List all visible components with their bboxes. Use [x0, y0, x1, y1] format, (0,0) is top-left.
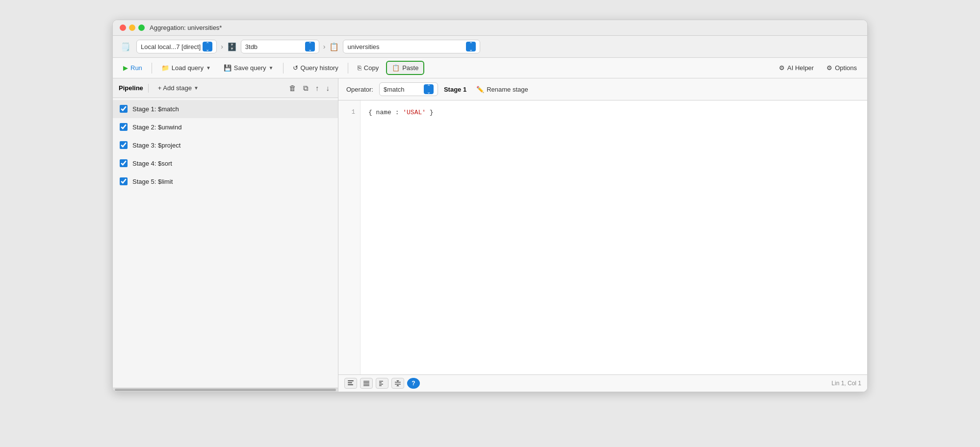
- svg-rect-9: [379, 384, 383, 385]
- stage-name-label: Stage 1: [444, 86, 466, 93]
- copy-button[interactable]: ⎘ Copy: [352, 61, 384, 74]
- stage-5-label: Stage 5: $limit: [132, 178, 173, 185]
- help-button[interactable]: ?: [407, 378, 420, 389]
- add-stage-label: + Add stage: [158, 84, 192, 92]
- stage-item[interactable]: Stage 1: $match: [113, 100, 338, 118]
- title-bar: Aggregation: universities*: [113, 20, 867, 36]
- svg-rect-4: [363, 382, 369, 383]
- save-query-label: Save query: [234, 64, 266, 72]
- pipeline-header-separator: [148, 84, 149, 93]
- delete-stage-button[interactable]: 🗑: [286, 83, 299, 93]
- stage-4-checkbox[interactable]: [120, 159, 128, 167]
- rename-label: Rename stage: [487, 86, 528, 93]
- save-query-dropdown-arrow: ▼: [269, 65, 274, 71]
- paste-label: Paste: [402, 64, 418, 72]
- close-button[interactable]: [120, 25, 126, 31]
- unfold-button[interactable]: [376, 378, 388, 389]
- scrollbar-thumb: [115, 389, 336, 391]
- pipeline-scrollbar[interactable]: [113, 388, 338, 392]
- query-history-label: Query history: [301, 64, 338, 72]
- load-query-dropdown-arrow: ▼: [206, 65, 211, 71]
- stage-5-checkbox[interactable]: [120, 177, 128, 185]
- options-label: Options: [835, 64, 857, 72]
- collection-icon: 📋: [329, 42, 339, 51]
- load-query-icon: 📁: [161, 64, 169, 72]
- help-icon: ?: [412, 380, 415, 387]
- code-close-brace: }: [426, 109, 434, 116]
- load-query-button[interactable]: 📁 Load query ▼: [156, 61, 216, 74]
- options-icon: ⚙: [826, 64, 832, 72]
- operator-select[interactable]: $match ⌃⌄: [379, 82, 438, 96]
- svg-rect-10: [379, 385, 382, 386]
- fold-button[interactable]: [360, 378, 373, 389]
- stage-item[interactable]: Stage 3: $project: [113, 136, 338, 154]
- move-stage-up-button[interactable]: ↑: [313, 83, 322, 93]
- svg-rect-7: [379, 381, 383, 382]
- toolbar-divider-3: [348, 63, 348, 74]
- window-controls: [120, 25, 145, 31]
- operator-label: Operator:: [346, 86, 373, 93]
- operator-value: $match: [384, 86, 422, 93]
- svg-rect-5: [363, 384, 369, 385]
- code-content[interactable]: { name : 'USAL' }: [361, 100, 867, 374]
- load-query-label: Load query: [172, 64, 204, 72]
- editor-footer: ? Lin 1, Col 1: [338, 374, 867, 392]
- collection-label: universities: [347, 43, 464, 50]
- svg-rect-0: [348, 380, 354, 381]
- main-content: Pipeline + Add stage ▼ 🗑 ⧉ ↑ ↓ Stage 1: …: [113, 78, 867, 392]
- line-num-1: 1: [338, 107, 360, 117]
- database-dropdown-arrow[interactable]: ⌃⌄: [305, 42, 315, 51]
- pipeline-title: Pipeline: [119, 84, 143, 92]
- operator-dropdown-arrow[interactable]: ⌃⌄: [424, 84, 434, 94]
- stage-controls: 🗑 ⧉ ↑ ↓: [286, 83, 332, 94]
- code-editor[interactable]: 1 { name : 'USAL' }: [338, 100, 867, 374]
- paste-button[interactable]: 📋 Paste: [386, 61, 424, 75]
- database-label: 3tdb: [245, 43, 303, 50]
- svg-rect-2: [348, 384, 353, 385]
- query-history-icon: ↺: [293, 64, 298, 72]
- run-label: Run: [130, 64, 142, 72]
- stage-item[interactable]: Stage 2: $unwind: [113, 118, 338, 136]
- duplicate-stage-button[interactable]: ⧉: [301, 83, 311, 94]
- cursor-position: Lin 1, Col 1: [831, 380, 861, 387]
- svg-rect-3: [363, 381, 369, 382]
- add-stage-button[interactable]: + Add stage ▼: [154, 82, 203, 94]
- copy-label: Copy: [364, 64, 379, 72]
- svg-marker-14: [396, 385, 399, 386]
- toolbar-divider-2: [283, 63, 284, 74]
- fold-icon: [363, 380, 370, 387]
- stage-4-label: Stage 4: $sort: [132, 160, 172, 167]
- run-button[interactable]: ▶ Run: [118, 61, 148, 74]
- maximize-button[interactable]: [138, 25, 145, 31]
- stage-item[interactable]: Stage 4: $sort: [113, 154, 338, 173]
- collection-dropdown-arrow[interactable]: ⌃⌄: [466, 42, 476, 51]
- connection-dropdown-arrow[interactable]: ⌃⌄: [203, 42, 212, 51]
- stage-item[interactable]: Stage 5: $limit: [113, 173, 338, 191]
- stage-1-checkbox[interactable]: [120, 105, 128, 113]
- connection-label: Local local...7 [direct]: [141, 43, 201, 50]
- query-history-button[interactable]: ↺ Query history: [287, 61, 344, 74]
- beautify-icon: [347, 380, 354, 387]
- options-button[interactable]: ⚙ Options: [821, 61, 862, 74]
- stage-3-checkbox[interactable]: [120, 141, 128, 149]
- minify-icon: [394, 380, 401, 387]
- save-query-button[interactable]: 💾 Save query ▼: [218, 61, 279, 74]
- connection-bar: 🗒️ Local local...7 [direct] ⌃⌄ › 🗄️ 3tdb…: [113, 36, 867, 58]
- svg-marker-13: [396, 380, 399, 382]
- minify-button[interactable]: [391, 378, 404, 389]
- collection-select[interactable]: universities ⌃⌄: [343, 40, 480, 53]
- beautify-button[interactable]: [344, 378, 357, 389]
- stage-2-checkbox[interactable]: [120, 123, 128, 131]
- connection-select[interactable]: Local local...7 [direct] ⌃⌄: [136, 40, 217, 53]
- stage-3-label: Stage 3: $project: [132, 142, 181, 149]
- add-stage-dropdown-arrow: ▼: [194, 85, 199, 91]
- minimize-button[interactable]: [129, 25, 135, 31]
- svg-rect-1: [348, 382, 352, 383]
- ai-helper-button[interactable]: ⚙ AI Helper: [774, 61, 819, 74]
- stage-2-label: Stage 2: $unwind: [132, 124, 181, 131]
- line-numbers: 1: [338, 100, 361, 374]
- move-stage-down-button[interactable]: ↓: [324, 83, 333, 93]
- database-select[interactable]: 3tdb ⌃⌄: [241, 40, 319, 53]
- stage-editor: Operator: $match ⌃⌄ Stage 1 ✏️ Rename st…: [338, 78, 867, 392]
- rename-stage-button[interactable]: ✏️ Rename stage: [472, 84, 532, 95]
